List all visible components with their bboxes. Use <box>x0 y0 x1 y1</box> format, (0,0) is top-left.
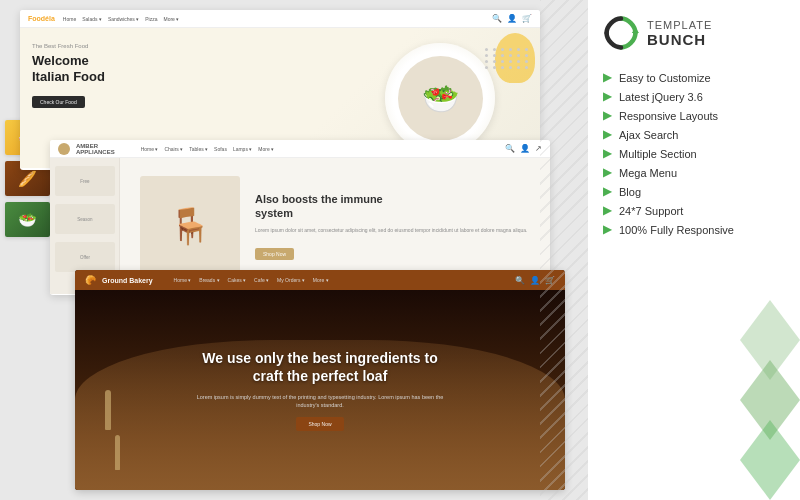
t2-text-area: Also boosts the immunesystem Lorem ipsum… <box>255 192 530 260</box>
feature-text-5: Multiple Section <box>619 148 697 160</box>
user-icon: 👤 <box>507 14 517 23</box>
feature-text-3: Responsive Layouts <box>619 110 718 122</box>
feature-item-6: ▶ Mega Menu <box>603 166 785 179</box>
arrow-icon-5: ▶ <box>603 147 611 160</box>
template-word: template <box>647 19 712 31</box>
tb-logo-svg <box>603 15 639 51</box>
sidebar-item-3: Offer <box>55 242 115 272</box>
t3-hero: We use only the best ingredients tocraft… <box>75 290 565 490</box>
t2-nav: AMBERAPPLIANCES Home ▾ Chairs ▾ Tables ▾… <box>50 140 550 158</box>
feature-item-4: ▶ Ajax Search <box>603 128 785 141</box>
features-list: ▶ Easy to Customize ▶ Latest jQuery 3.6 … <box>603 71 785 236</box>
t1-headline: WelcomeWelcome Italian FoodItalian Food <box>32 53 328 84</box>
search-icon: 🔍 <box>492 14 502 23</box>
t2-headline: Also boosts the immunesystem <box>255 192 530 221</box>
left-panel: 🍜 🥖 🥗 Foodéla Home Salads ▾ Sandwiches ▾… <box>0 0 588 500</box>
arrow-icon-9: ▶ <box>603 223 611 236</box>
arrow-icon-2: ▶ <box>603 90 611 103</box>
diamonds-svg <box>740 300 800 500</box>
t2-search-icon: 🔍 <box>505 144 515 153</box>
t1-logo: Foodéla <box>28 15 55 22</box>
dots-pattern <box>485 48 530 69</box>
feature-item-7: ▶ Blog <box>603 185 785 198</box>
t1-nav-links: Home Salads ▾ Sandwiches ▾ Pizza More ▾ <box>63 16 179 22</box>
t3-search-icon: 🔍 <box>515 276 525 285</box>
t3-cart-icon: 🛒 <box>545 276 555 285</box>
arrow-icon-6: ▶ <box>603 166 611 179</box>
arrow-icon-7: ▶ <box>603 185 611 198</box>
feature-item-5: ▶ Multiple Section <box>603 147 785 160</box>
t2-logo-circle <box>58 143 70 155</box>
t2-logo-text: AMBERAPPLIANCES <box>76 143 115 155</box>
feature-item-3: ▶ Responsive Layouts <box>603 109 785 122</box>
food-plate: 🥗 <box>385 43 495 153</box>
t3-tools <box>105 390 120 470</box>
t2-body-text: Lorem ipsum dolor sit amet, consectetur … <box>255 227 530 235</box>
feature-text-7: Blog <box>619 186 641 198</box>
sidebar-item-2: Season <box>55 204 115 234</box>
feature-text-4: Ajax Search <box>619 129 678 141</box>
thumb-vegs: 🥗 <box>5 202 50 237</box>
t3-nav-icons: 🔍 👤 🛒 <box>515 276 555 285</box>
t2-user-icon: 👤 <box>520 144 530 153</box>
feature-item-1: ▶ Easy to Customize <box>603 71 785 84</box>
t1-nav: Foodéla Home Salads ▾ Sandwiches ▾ Pizza… <box>20 10 540 28</box>
templatebunch-title: template BUNch <box>647 19 712 48</box>
t3-headline: We use only the best ingredients tocraft… <box>195 349 445 385</box>
arrow-icon-3: ▶ <box>603 109 611 122</box>
templatebunch-logo <box>603 15 639 51</box>
t3-nav: 🥐 Ground Bakery Home ▾ Breads ▾ Cakes ▾ … <box>75 270 565 290</box>
diamond-decorations <box>740 300 800 500</box>
feature-text-1: Easy to Customize <box>619 72 711 84</box>
feature-text-2: Latest jQuery 3.6 <box>619 91 703 103</box>
bunch-word: BUNch <box>647 31 712 48</box>
template-preview-3: 🥐 Ground Bakery Home ▾ Breads ▾ Cakes ▾ … <box>75 270 565 490</box>
t1-tagline: The Best Fresh Food <box>32 43 328 49</box>
svg-marker-3 <box>740 420 800 500</box>
t2-share-icon: ↗ <box>535 144 542 153</box>
t2-chair-image: 🪑 <box>140 176 240 276</box>
t3-subtext: Lorem ipsum is simply dummy text of the … <box>195 393 445 410</box>
feature-text-6: Mega Menu <box>619 167 677 179</box>
feature-item-9: ▶ 100% Fully Responsive <box>603 223 785 236</box>
feature-item-8: ▶ 24*7 Support <box>603 204 785 217</box>
t3-logo: Ground Bakery <box>102 277 153 284</box>
t3-text-overlay: We use only the best ingredients tocraft… <box>195 349 445 432</box>
right-panel: template BUNch ▶ Easy to Customize ▶ Lat… <box>588 0 800 500</box>
food-plate-inner: 🥗 <box>398 56 483 141</box>
feature-item-2: ▶ Latest jQuery 3.6 <box>603 90 785 103</box>
arrow-icon-4: ▶ <box>603 128 611 141</box>
t3-logo-icon: 🥐 <box>85 275 96 285</box>
cart-icon: 🛒 <box>522 14 532 23</box>
t1-nav-icons: 🔍 👤 🛒 <box>492 14 532 23</box>
t2-nav-links: Home ▾ Chairs ▾ Tables ▾ Sofas Lamps ▾ M… <box>141 146 274 152</box>
t1-cta[interactable]: Check Our Food <box>32 96 85 108</box>
t3-spoon-2 <box>115 435 120 470</box>
t3-cta[interactable]: Shop Now <box>296 417 343 431</box>
arrow-icon-8: ▶ <box>603 204 611 217</box>
templatebunch-header: template BUNch <box>603 15 785 51</box>
feature-text-8: 24*7 Support <box>619 205 683 217</box>
t3-nav-links: Home ▾ Breads ▾ Cakes ▾ Cafe ▾ My Orders… <box>174 277 329 283</box>
t2-nav-icons: 🔍 👤 ↗ <box>505 144 542 153</box>
t2-cta[interactable]: Shop Now <box>255 248 294 260</box>
t3-user-icon: 👤 <box>530 276 540 285</box>
feature-text-9: 100% Fully Responsive <box>619 224 734 236</box>
t3-spoon-1 <box>105 390 111 430</box>
sidebar-item-1: Free <box>55 166 115 196</box>
arrow-icon-1: ▶ <box>603 71 611 84</box>
